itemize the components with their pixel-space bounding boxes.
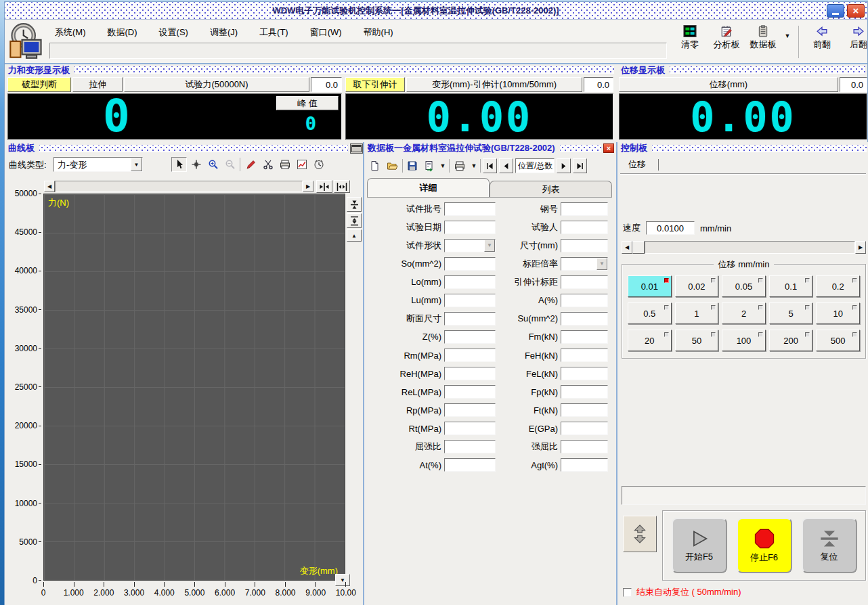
nav-first-button[interactable] <box>483 158 497 173</box>
field-input[interactable] <box>561 458 608 472</box>
auto-reset-checkbox[interactable] <box>623 588 632 597</box>
field-input[interactable] <box>444 440 496 453</box>
field-input[interactable] <box>444 367 496 380</box>
speed-button[interactable]: 10 <box>816 302 860 324</box>
toolbar-dropdown-caret[interactable]: ▼ <box>782 23 793 39</box>
menu-item[interactable]: 帮助(H) <box>361 26 396 39</box>
field-input[interactable] <box>444 257 496 271</box>
start-button[interactable]: 开始F5 <box>672 518 727 573</box>
speed-button[interactable]: 500 <box>816 330 860 351</box>
field-input[interactable] <box>561 440 608 453</box>
field-input[interactable] <box>561 330 608 344</box>
speed-slider[interactable]: ◀ ▶ <box>622 241 866 254</box>
field-input[interactable] <box>561 202 608 216</box>
speed-button[interactable]: 100 <box>722 330 766 351</box>
reset-button[interactable]: 复位 <box>802 518 857 573</box>
print-button[interactable] <box>452 158 468 173</box>
title-bar[interactable]: WDW电子万能试验机控制系统一[金属材料室温拉伸试验(GB/T228-2002)… <box>5 2 867 20</box>
menu-item[interactable]: 数据(D) <box>105 26 140 39</box>
remove-extensometer-button[interactable]: 取下引伸计 <box>345 77 405 92</box>
field-input[interactable] <box>444 312 496 326</box>
print-tool-button[interactable] <box>277 157 292 172</box>
data-tab[interactable]: 详细 <box>367 178 490 197</box>
close-button[interactable]: × <box>847 4 865 18</box>
chart-h-scrollbar[interactable]: ◀ ▶ <box>44 181 313 192</box>
slider-thumb[interactable] <box>632 241 645 254</box>
field-input[interactable] <box>444 221 496 234</box>
nav-prev-button[interactable] <box>499 158 513 173</box>
fit-height-expand-button[interactable] <box>347 213 362 228</box>
field-input[interactable] <box>444 422 496 435</box>
field-input[interactable] <box>561 422 608 435</box>
speed-button[interactable]: 0.2 <box>816 275 860 297</box>
dropdown-button[interactable]: ▼ <box>596 258 607 270</box>
speed-input[interactable]: 0.0100 <box>646 221 695 235</box>
fit-width-expand-button[interactable] <box>334 180 350 193</box>
menu-item[interactable]: 调整(J) <box>207 26 240 39</box>
field-input[interactable] <box>561 221 608 234</box>
speed-button[interactable]: 20 <box>628 330 672 351</box>
nav-next-button[interactable] <box>557 158 571 173</box>
speed-button[interactable]: 1 <box>675 302 719 324</box>
minimize-button[interactable] <box>827 4 844 18</box>
field-dropdown[interactable]: ▼ <box>444 239 496 252</box>
field-input[interactable] <box>561 312 608 326</box>
field-input[interactable] <box>444 275 496 289</box>
speed-button[interactable]: 5 <box>769 302 813 324</box>
menu-item[interactable]: 工具(T) <box>257 26 291 39</box>
crosshair-tool-button[interactable] <box>188 157 204 172</box>
export-button[interactable] <box>422 158 437 173</box>
save-button[interactable] <box>405 158 420 173</box>
timer-tool-button[interactable] <box>311 157 326 172</box>
nav-last-button[interactable] <box>573 158 587 173</box>
pencil-tool-button[interactable] <box>243 157 259 172</box>
field-input[interactable] <box>561 239 608 252</box>
zoom-in-tool-button[interactable] <box>205 157 221 172</box>
field-input[interactable] <box>444 349 496 362</box>
cursor-tool-button[interactable] <box>171 157 187 172</box>
scroll-up-button[interactable]: ▲ <box>347 229 362 242</box>
menu-item[interactable]: 设置(S) <box>156 26 191 39</box>
field-input[interactable] <box>444 458 496 472</box>
field-input[interactable] <box>561 349 608 362</box>
speed-button[interactable]: 200 <box>769 330 813 351</box>
field-input[interactable] <box>561 403 608 417</box>
page-prev-button[interactable]: 前翻 <box>804 23 840 51</box>
new-record-button[interactable] <box>367 158 382 173</box>
field-input[interactable] <box>444 330 496 344</box>
combo-dropdown-button[interactable]: ▼ <box>131 158 142 171</box>
scroll-right-button[interactable]: ▶ <box>303 181 313 192</box>
field-input[interactable] <box>561 275 608 289</box>
speed-button[interactable]: 2 <box>722 302 766 324</box>
analysis-panel-button[interactable]: 分析板 <box>709 23 744 51</box>
page-next-button[interactable]: 后翻 <box>841 23 868 51</box>
slider-left-button[interactable]: ◀ <box>622 241 632 254</box>
close-panel-button[interactable]: × <box>603 143 614 153</box>
tab-displacement[interactable]: 位移 <box>623 157 651 172</box>
print-dropdown-caret[interactable]: ▼ <box>470 162 478 169</box>
curve-type-combobox[interactable]: 力-变形 ▼ <box>53 157 143 172</box>
maximize-panel-button[interactable] <box>350 143 363 154</box>
speed-button[interactable]: 0.01 <box>628 275 672 297</box>
scroll-left-button[interactable]: ◀ <box>44 181 55 192</box>
break-judge-button[interactable]: 破型判断 <box>7 77 71 92</box>
fit-width-compress-button[interactable] <box>316 180 332 193</box>
field-dropdown[interactable]: ▼ <box>561 257 608 271</box>
speed-button[interactable]: 0.5 <box>628 302 672 324</box>
field-input[interactable] <box>444 202 496 216</box>
open-file-button[interactable] <box>384 158 400 173</box>
h-scroll-track[interactable] <box>55 181 303 192</box>
fit-height-compress-button[interactable] <box>347 197 362 212</box>
clear-zero-button[interactable]: 清零 <box>672 23 708 51</box>
chart-tool-button[interactable] <box>294 157 309 172</box>
dropdown-button[interactable]: ▼ <box>484 240 495 252</box>
speed-button[interactable]: 50 <box>675 330 719 351</box>
speed-button[interactable]: 0.05 <box>722 275 766 297</box>
menu-item[interactable]: 系统(M) <box>52 26 89 39</box>
peak-button[interactable]: 峰 值 <box>276 96 339 110</box>
zoom-out-tool-button[interactable] <box>222 157 238 172</box>
field-input[interactable] <box>444 385 496 399</box>
slider-track[interactable] <box>645 241 855 254</box>
scissors-tool-button[interactable] <box>260 157 276 172</box>
field-input[interactable] <box>444 403 496 417</box>
